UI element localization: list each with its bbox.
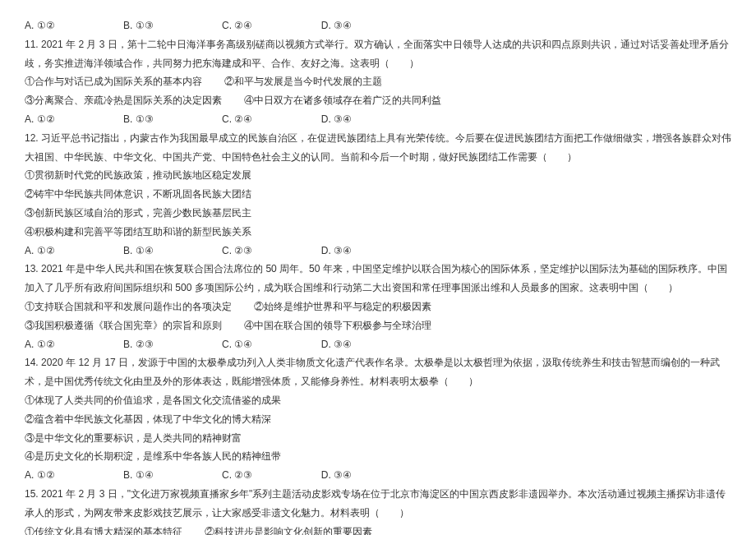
q12-opt-d: D. ③④ [321,242,352,261]
q11-opt-a: A. ①② [25,110,55,129]
q10-options: A. ①② B. ①③ C. ②④ D. ③④ [25,16,731,35]
q14-opt-a: A. ①② [25,466,55,485]
q14-opt-c: C. ②③ [222,466,252,485]
q14-options: A. ①② B. ①④ C. ②③ D. ③④ [25,466,731,485]
q13-opt-b: B. ②③ [123,335,154,354]
q14-opt-b: B. ①④ [123,466,154,485]
q13-text: 13. 2021 年是中华人民共和国在恢复联合国合法席位的 50 周年。50 年… [25,260,731,297]
q11-opt-b: B. ①③ [123,110,154,129]
q11-stmts-1: ①合作与对话已成为国际关系的基本内容 ②和平与发展是当今时代发展的主题 [25,72,731,91]
q13-s1: ①支持联合国就和平和发展问题作出的各项决定 [25,301,232,312]
q12-opt-a: A. ①② [25,242,55,261]
q13-opt-c: C. ①④ [222,335,252,354]
q12-s4: ④积极构建和完善平等团结互助和谐的新型民族关系 [25,223,731,242]
q12-s1: ①贯彻新时代党的民族政策，推动民族地区稳定发展 [25,166,731,185]
q13-opt-a: A. ①② [25,335,55,354]
q14-text: 14. 2020 年 12 月 17 日，发源于中国的太极拳成功列入人类非物质文… [25,353,731,391]
q10-opt-b: B. ①③ [123,16,154,35]
q10-opt-c: C. ②④ [222,16,252,35]
q14-s2: ②蕴含着中华民族文化基因，体现了中华文化的博大精深 [25,410,731,429]
q11-text: 11. 2021 年 2 月 3 日，第十二轮中日海洋事务高级别磋商以视频方式举… [25,35,731,73]
q11-stmts-2: ③分离聚合、亲疏冷热是国际关系的决定因素 ④中日双方在诸多领域存在着广泛的共同利… [25,91,731,110]
q12-s2: ②铸牢中华民族共同体意识，不断巩固各民族大团结 [25,185,731,204]
q13-s3: ③我国积极遵循《联合国宪章》的宗旨和原则 [25,320,222,331]
q11-options: A. ①② B. ①③ C. ②④ D. ③④ [25,110,731,129]
q12-text: 12. 习近平总书记指出，内蒙古作为我国最早成立的民族自治区，在促进民族团结上具… [25,129,731,167]
q11-opt-c: C. ②④ [222,110,252,129]
q15-stmts-1: ①传统文化具有博大精深的基本特征 ②科技进步是影响文化创新的重要因素 [25,523,731,535]
q11-s2: ②和平与发展是当今时代发展的主题 [224,76,382,87]
q14-s4: ④是历史文化的长期积淀，是维系中华各族人民的精神纽带 [25,447,731,466]
q13-stmts-2: ③我国积极遵循《联合国宪章》的宗旨和原则 ④中国在联合国的领导下积极参与全球治理 [25,316,731,335]
q11-s3: ③分离聚合、亲疏冷热是国际关系的决定因素 [25,95,222,106]
q12-opt-c: C. ②③ [222,242,252,261]
q13-s4: ④中国在联合国的领导下积极参与全球治理 [244,320,431,331]
q11-s4: ④中日双方在诸多领域存在着广泛的共同利益 [244,95,441,106]
q13-opt-d: D. ③④ [321,335,352,354]
q12-options: A. ①② B. ①④ C. ②③ D. ③④ [25,242,731,261]
q13-stmts-1: ①支持联合国就和平和发展问题作出的各项决定 ②始终是维护世界和平与稳定的积极因素 [25,297,731,316]
q14-s1: ①体现了人类共同的价值追求，是各国文化交流借鉴的成果 [25,391,731,410]
q14-s3: ③是中华文化的重要标识，是人类共同的精神财富 [25,429,731,448]
q11-s1: ①合作与对话已成为国际关系的基本内容 [25,76,202,87]
q13-s2: ②始终是维护世界和平与稳定的积极因素 [254,301,431,312]
q15-s2: ②科技进步是影响文化创新的重要因素 [205,526,372,535]
q11-opt-d: D. ③④ [321,110,352,129]
q10-opt-a: A. ①② [25,16,55,35]
q15-text: 15. 2021 年 2 月 3 日，"文化进万家视频直播家乡年"系列主题活动皮… [25,485,731,523]
q15-s1: ①传统文化具有博大精深的基本特征 [25,526,182,535]
q12-opt-b: B. ①④ [123,242,154,261]
q13-options: A. ①② B. ②③ C. ①④ D. ③④ [25,335,731,354]
q14-opt-d: D. ③④ [321,466,352,485]
q10-opt-d: D. ③④ [321,16,352,35]
q12-s3: ③创新民族区域自治的形式，完善少数民族基层民主 [25,204,731,223]
